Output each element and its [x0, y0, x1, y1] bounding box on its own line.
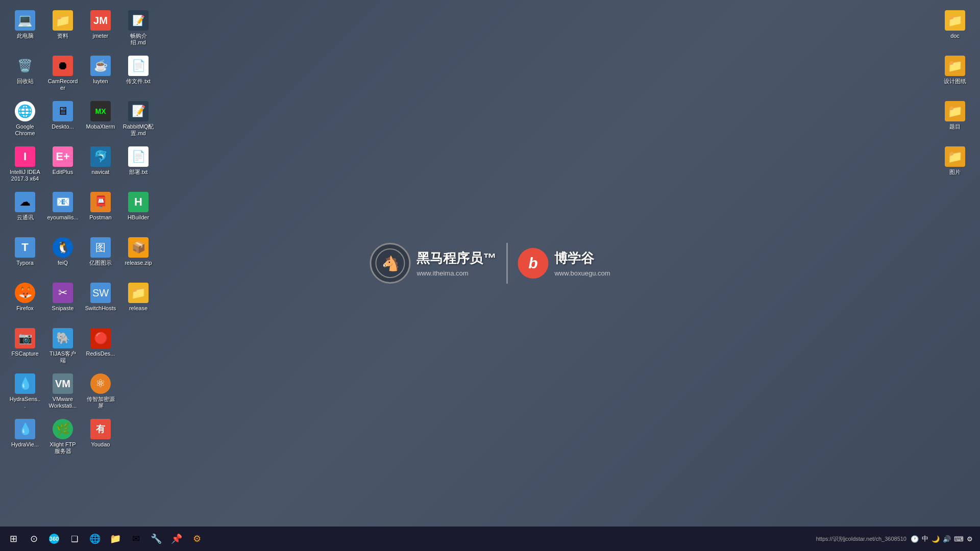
icon-jmeter[interactable]: JM jmeter — [83, 7, 118, 51]
systray-ime[interactable]: 中 — [922, 534, 928, 543]
icon-eyoumailer[interactable]: 📧 eyoumailis... — [45, 189, 81, 232]
icon-release-zip[interactable]: 📦 release.zip — [120, 234, 156, 278]
icon-hydrasense[interactable]: 💧 HydraSens... — [7, 370, 43, 414]
icon-release[interactable]: 📁 release — [120, 280, 156, 323]
icon-google-chrome[interactable]: 🌐 Google Chrome — [7, 98, 43, 141]
360-button[interactable]: 360 — [44, 529, 64, 549]
app8-taskbar-button[interactable]: ⚙ — [187, 529, 207, 549]
icon-intellij-idea[interactable]: I IntelliJ IDEA 2017.3 x64 — [7, 143, 43, 187]
icon-firefox[interactable]: 🦊 Firefox — [7, 280, 43, 323]
icon-label: Typora — [16, 260, 34, 266]
my-computer-icon: 💻 — [15, 10, 35, 31]
icon-transfer-txt[interactable]: 📄 传文件.txt — [120, 53, 156, 96]
icon-yitu-show[interactable]: 图 亿图图示 — [83, 234, 118, 278]
icon-feiQ[interactable]: 🐧 feiQ — [45, 234, 81, 278]
redis-des-icon: 🔴 — [90, 328, 111, 348]
logo-url-right: www.boxuegu.com — [554, 269, 610, 277]
logo-left: 🐴 黑马程序员™ www.itheima.com — [370, 243, 496, 284]
icon-luyten[interactable]: ☕ luyten — [83, 53, 118, 96]
icon-vmware[interactable]: VM VMware Workstati... — [45, 370, 81, 414]
explorer-taskbar-button[interactable]: 📁 — [105, 529, 126, 549]
app7-taskbar-button[interactable]: 📌 — [166, 529, 187, 549]
systray-settings[interactable]: ⚙ — [967, 535, 973, 543]
icon-switchhosts[interactable]: SW SwitchHosts — [83, 280, 118, 323]
icon-label: VMware Workstati... — [47, 396, 79, 409]
icon-label: Deskto... — [52, 123, 74, 130]
images-icon: 📁 — [945, 146, 965, 167]
icon-rabbitmq-md[interactable]: 📝 RabbitMQ配置.md — [120, 98, 156, 141]
desktop: 💻 此电脑 📁 资料 JM jmeter 📝 畅购介绍.md 🗑️ 回收站 ⏺ … — [0, 0, 980, 527]
doc-icon: 📁 — [945, 10, 965, 31]
resources-icon: 📁 — [53, 10, 73, 31]
icon-label: feiQ — [58, 260, 68, 266]
task-view-button[interactable]: ❑ — [64, 529, 85, 549]
icon-tijas-client[interactable]: 🐘 TIJAS客户端 — [45, 325, 81, 368]
snipaste-icon: ✂ — [53, 283, 73, 303]
icon-label: 资料 — [57, 33, 68, 39]
start-button[interactable]: ⊞ — [3, 529, 23, 549]
intellij-idea-icon: I — [15, 146, 35, 167]
icon-label: Google Chrome — [9, 123, 41, 137]
yuntongtai-icon: ☁ — [15, 192, 35, 212]
icon-redis-des[interactable]: 🔴 RedisDes... — [83, 325, 118, 368]
systray-sound[interactable]: 🔊 — [943, 535, 951, 543]
icon-label: 云通讯 — [17, 214, 34, 221]
icon-camrecorder[interactable]: ⏺ CamRecorder — [45, 53, 81, 96]
icon-snipaste[interactable]: ✂ Snipaste — [45, 280, 81, 323]
navicat-icon: 🐬 — [90, 146, 111, 167]
hbuilder-icon: H — [128, 192, 149, 212]
icon-label: 亿图图示 — [89, 260, 112, 266]
svg-text:🐴: 🐴 — [382, 255, 400, 272]
icon-resources[interactable]: 📁 资料 — [45, 7, 81, 51]
cortana-button[interactable]: ⊙ — [23, 529, 44, 549]
vmware-icon: VM — [53, 373, 73, 394]
icon-design-icons[interactable]: 📁 设计图纸 — [937, 53, 973, 96]
luyten-icon: ☕ — [90, 56, 111, 76]
desktop-icons-left: 💻 此电脑 📁 资料 JM jmeter 📝 畅购介绍.md 🗑️ 回收站 ⏺ … — [5, 5, 158, 461]
app6-taskbar-button[interactable]: 🔧 — [146, 529, 166, 549]
icon-notes-txt[interactable]: 📄 部署.txt — [120, 143, 156, 187]
icon-intro-md[interactable]: 📝 畅购介绍.md — [120, 7, 156, 51]
icon-typora[interactable]: T Typora — [7, 234, 43, 278]
icon-images[interactable]: 📁 图片 — [937, 143, 973, 187]
icon-label: 设计图纸 — [944, 78, 966, 85]
systray: 🕐 中 🌙 🔊 ⌨ ⚙ — [911, 534, 973, 543]
icon-hydraview[interactable]: 💧 HydraVie... — [7, 416, 43, 459]
icon-label: jmeter — [93, 33, 109, 39]
editplus-icon: E+ — [53, 146, 73, 167]
firefox-icon: 🦊 — [15, 283, 35, 303]
typora-icon: T — [15, 237, 35, 258]
recycle-icon: 🗑️ — [15, 56, 35, 76]
logo-right: b 博学谷 www.boxuegu.com — [518, 248, 610, 279]
icon-hbuilder[interactable]: H HBuilder — [120, 189, 156, 232]
icon-desktop[interactable]: 🖥 Deskto... — [45, 98, 81, 141]
topics-icon: 📁 — [945, 101, 965, 121]
icon-xlight-ftp[interactable]: 🌿 Xlight FTP 服务器 — [45, 416, 81, 459]
taskbar-right: https://识别jcoldstar.net/ch_3608510 🕐 中 🌙… — [816, 534, 977, 543]
brand-name-right: 博学谷 — [554, 249, 610, 267]
logo-divider — [506, 243, 507, 284]
icon-jiami[interactable]: ⚛ 传智加密源屏 — [83, 370, 118, 414]
icon-label: release.zip — [125, 260, 152, 266]
icon-fscapture[interactable]: 📷 FSCapture — [7, 325, 43, 368]
taskbar: ⊞ ⊙ 360 ❑ 🌐 📁 ✉ 🔧 📌 ⚙ https://识别jcoldsta… — [0, 527, 980, 551]
icon-navicat[interactable]: 🐬 navicat — [83, 143, 118, 187]
tijas-client-icon: 🐘 — [53, 328, 73, 348]
icon-doc[interactable]: 📁 doc — [937, 7, 973, 51]
icon-label: SwitchHosts — [85, 305, 116, 312]
icon-postman[interactable]: 📮 Postman — [83, 189, 118, 232]
chrome-taskbar-button[interactable]: 🌐 — [85, 529, 105, 549]
icon-my-computer[interactable]: 💻 此电脑 — [7, 7, 43, 51]
icon-mobaxterm[interactable]: MX MobaXterm — [83, 98, 118, 141]
icon-topics[interactable]: 📁 题目 — [937, 98, 973, 141]
icon-youdao[interactable]: 有 Youdao — [83, 416, 118, 459]
mail-taskbar-button[interactable]: ✉ — [126, 529, 146, 549]
jmeter-icon: JM — [90, 10, 111, 31]
icon-label: 传文件.txt — [126, 78, 151, 85]
icon-label: navicat — [92, 169, 110, 176]
icon-yuntongtai[interactable]: ☁ 云通讯 — [7, 189, 43, 232]
icon-editplus[interactable]: E+ EditPlus — [45, 143, 81, 187]
eyoumailer-icon: 📧 — [53, 192, 73, 212]
icon-label: 回收站 — [17, 78, 34, 85]
icon-recycle[interactable]: 🗑️ 回收站 — [7, 53, 43, 96]
